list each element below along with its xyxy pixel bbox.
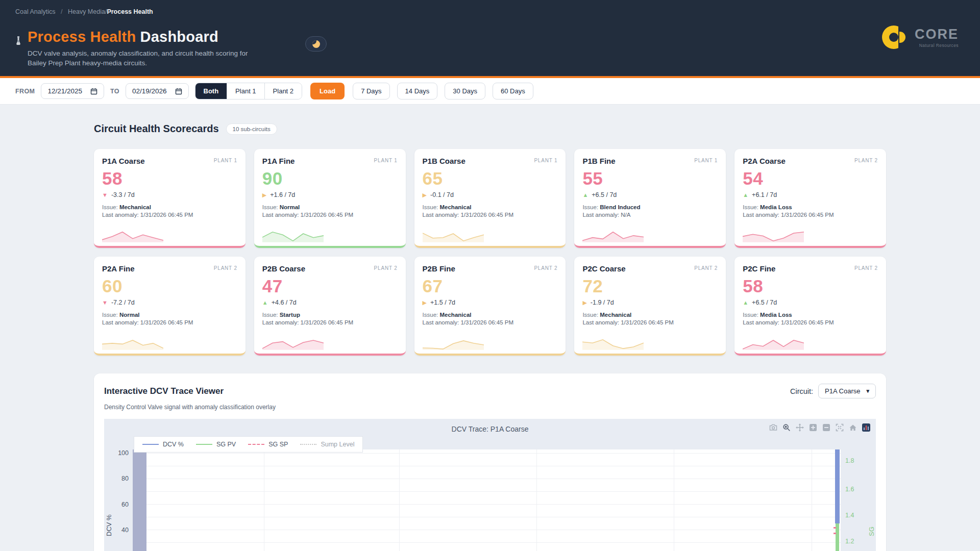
calendar-icon xyxy=(175,88,182,95)
y-tick-right: 1.8 xyxy=(845,457,854,464)
scorecard[interactable]: P1B Fine PLANT 1 55 ▲ +6.5 / 7d Issue: B… xyxy=(574,149,726,248)
issue-row: Issue: Normal xyxy=(262,204,398,210)
scorecard[interactable]: P2C Fine PLANT 2 58 ▲ +6.5 / 7d Issue: M… xyxy=(734,257,886,356)
range-buttons: 7 Days14 Days30 Days60 Days xyxy=(352,83,533,99)
plant-option-both[interactable]: Both xyxy=(195,83,228,99)
last-anomaly-row: Last anomaly: 1/31/2026 06:45 PM xyxy=(743,212,878,218)
legend-item-sg-sp[interactable]: SG SP xyxy=(248,441,288,448)
breadcrumb-separator: / xyxy=(61,8,62,15)
page-subtitle: DCV valve analysis, anomaly classificati… xyxy=(28,48,252,68)
scorecard[interactable]: P2B Fine PLANT 2 67 ▶ +1.5 / 7d Issue: M… xyxy=(414,257,566,356)
scorecard[interactable]: P2B Coarse PLANT 2 47 ▲ +4.6 / 7d Issue:… xyxy=(254,257,406,356)
legend-item-sump-level[interactable]: Sump Level xyxy=(300,441,354,448)
dcv-trace-chart[interactable]: DCV Trace: P1A Coarse DCV %SG PVSG SPSum… xyxy=(104,419,876,551)
chart-title: DCV Trace: P1A Coarse xyxy=(104,425,876,433)
scorecard[interactable]: P1A Fine PLANT 1 90 ▶ +1.6 / 7d Issue: N… xyxy=(254,149,406,248)
scorecard[interactable]: P2A Fine PLANT 2 60 ▼ -7.2 / 7d Issue: N… xyxy=(94,257,246,356)
legend-item-sg-pv[interactable]: SG PV xyxy=(196,441,236,448)
last-anomaly-row: Last anomaly: 1/31/2026 06:45 PM xyxy=(423,319,558,325)
anomaly-band xyxy=(133,449,146,551)
breadcrumb: Coal Analytics / Heavy Media/Process Hea… xyxy=(15,8,153,15)
issue-row: Issue: Media Loss xyxy=(743,312,878,318)
range-button-7-days[interactable]: 7 Days xyxy=(353,83,389,99)
theme-toggle-button[interactable] xyxy=(305,36,327,52)
range-button-30-days[interactable]: 30 Days xyxy=(445,83,485,99)
trend-value: -1.9 / 7d xyxy=(591,299,614,306)
logo-text: CORE xyxy=(915,27,959,42)
breadcrumb-section[interactable]: Heavy Media/ xyxy=(68,8,107,15)
trend-icon: ▲ xyxy=(743,300,748,306)
sparkline xyxy=(262,224,324,243)
sparkline xyxy=(262,332,324,350)
trend-value: +6.5 / 7d xyxy=(592,191,617,198)
load-button[interactable]: Load xyxy=(310,83,345,99)
trend-icon: ▲ xyxy=(743,192,748,198)
circuit-select[interactable]: P1A Coarse ▾ xyxy=(818,384,876,398)
y-tick-left: 60 xyxy=(106,501,129,508)
scorecard[interactable]: P1A Coarse PLANT 1 58 ▼ -3.3 / 7d Issue:… xyxy=(94,149,246,248)
legend-item-dcv-[interactable]: DCV % xyxy=(142,441,184,448)
plot-area[interactable] xyxy=(133,449,841,551)
trend-value: +1.6 / 7d xyxy=(270,191,295,198)
plant-option-plant-2[interactable]: Plant 2 xyxy=(265,83,302,99)
plant-option-plant-1[interactable]: Plant 1 xyxy=(227,83,264,99)
health-score: 65 xyxy=(423,168,558,189)
sparkline xyxy=(582,224,644,243)
zoom-out-icon[interactable] xyxy=(821,422,831,432)
y-tick-right: 1.4 xyxy=(845,512,854,519)
y-tick-left: 80 xyxy=(106,475,129,482)
circuit-name: P1A Coarse xyxy=(102,157,145,165)
scorecard[interactable]: P2C Coarse PLANT 2 72 ▶ -1.9 / 7d Issue:… xyxy=(574,257,726,356)
sparkline xyxy=(102,332,163,350)
last-anomaly-row: Last anomaly: 1/31/2026 06:45 PM xyxy=(743,319,878,325)
trend-icon: ▲ xyxy=(582,192,588,198)
trend-value: -7.2 / 7d xyxy=(111,299,135,306)
trend-icon: ▼ xyxy=(102,192,108,198)
scorecards-grid: P1A Coarse PLANT 1 58 ▼ -3.3 / 7d Issue:… xyxy=(94,149,886,356)
camera-icon[interactable] xyxy=(768,422,778,432)
scorecard[interactable]: P2A Coarse PLANT 2 54 ▲ +6.1 / 7d Issue:… xyxy=(734,149,886,248)
trend-value: +6.1 / 7d xyxy=(752,191,777,198)
trend-row: ▶ +1.5 / 7d xyxy=(423,299,558,306)
issue-row: Issue: Blend Induced xyxy=(582,204,718,210)
last-anomaly-row: Last anomaly: 1/31/2026 06:45 PM xyxy=(102,212,237,218)
last-anomaly-row: Last anomaly: 1/31/2026 06:45 PM xyxy=(423,212,558,218)
sparkline xyxy=(743,332,804,350)
dcv-trace-viewer-panel: Interactive DCV Trace Viewer Circuit: P1… xyxy=(94,373,886,551)
range-button-14-days[interactable]: 14 Days xyxy=(397,83,438,99)
breadcrumb-root[interactable]: Coal Analytics xyxy=(15,8,56,15)
home-icon[interactable] xyxy=(848,422,857,432)
circuit-name: P2C Fine xyxy=(743,264,775,273)
autoscale-icon[interactable] xyxy=(835,422,844,432)
trend-value: +6.5 / 7d xyxy=(752,299,777,306)
issue-row: Issue: Mechanical xyxy=(423,204,558,210)
to-date-input[interactable]: 02/19/2026 xyxy=(126,83,189,99)
scorecard[interactable]: P1B Coarse PLANT 1 65 ▶ -0.1 / 7d Issue:… xyxy=(414,149,566,248)
plant-label: PLANT 2 xyxy=(854,265,878,271)
core-logo-mark-icon xyxy=(882,24,909,50)
trend-value: +1.5 / 7d xyxy=(430,299,455,306)
title-row: Process Health Dashboard DCV valve analy… xyxy=(15,29,252,68)
plotly-logo-icon[interactable] xyxy=(861,422,871,432)
compressed-traces xyxy=(835,449,840,551)
subcircuit-count-badge: 10 sub-circuits xyxy=(226,123,277,135)
zoom-in-icon[interactable] xyxy=(808,422,818,432)
trend-row: ▶ -1.9 / 7d xyxy=(582,299,718,306)
trend-row: ▼ -3.3 / 7d xyxy=(102,191,237,198)
from-date-input[interactable]: 12/21/2025 xyxy=(41,83,104,99)
y-tick-right: 1.2 xyxy=(845,538,854,545)
plant-label: PLANT 2 xyxy=(534,265,557,271)
health-score: 72 xyxy=(582,276,718,296)
circuit-name: P2B Coarse xyxy=(262,264,305,273)
app-header: Coal Analytics / Heavy Media/Process Hea… xyxy=(0,0,980,78)
trend-icon: ▼ xyxy=(102,300,108,306)
plant-label: PLANT 1 xyxy=(214,158,237,163)
range-button-60-days[interactable]: 60 Days xyxy=(493,83,533,99)
zoom-box-icon[interactable] xyxy=(781,422,791,432)
last-anomaly-row: Last anomaly: 1/31/2026 06:45 PM xyxy=(582,319,718,325)
plotly-modebar xyxy=(768,422,871,432)
last-anomaly-row: Last anomaly: 1/31/2026 06:45 PM xyxy=(102,319,237,325)
health-score: 60 xyxy=(102,276,237,296)
plant-label: PLANT 1 xyxy=(374,158,398,163)
pan-icon[interactable] xyxy=(795,422,804,432)
